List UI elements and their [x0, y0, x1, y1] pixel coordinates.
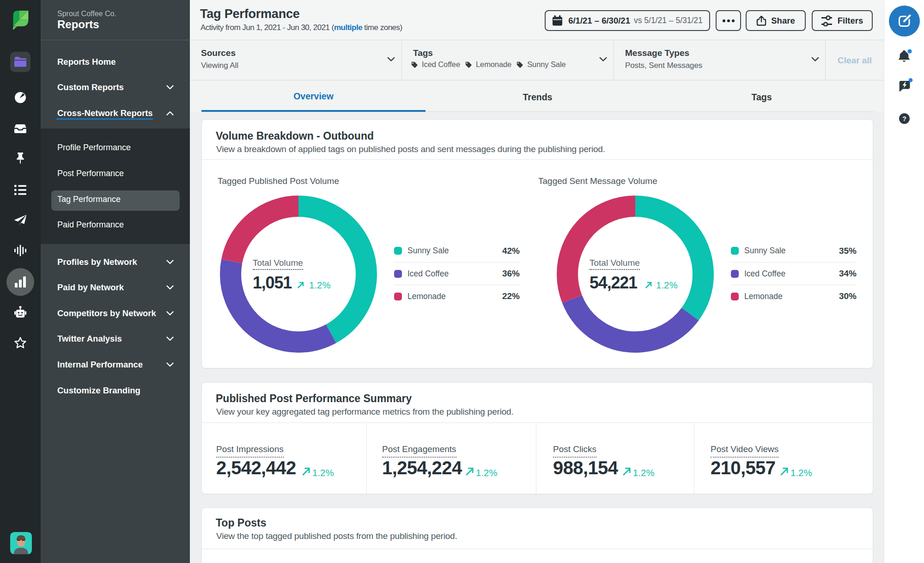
- svg-text:?: ?: [902, 115, 906, 122]
